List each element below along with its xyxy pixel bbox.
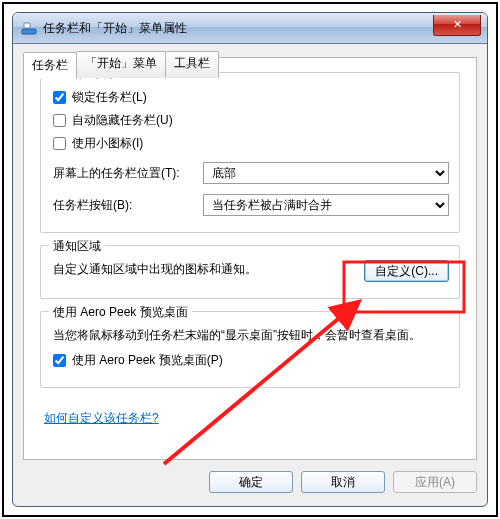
aero-peek-checkbox[interactable] — [53, 354, 66, 367]
buttons-select[interactable]: 当任务栏被占满时合并 — [203, 194, 449, 216]
taskbar-panel: 任务栏外观 锁定任务栏(L) 自动隐藏任务栏(U) — [34, 64, 466, 453]
tab-strip: 任务栏 「开始」菜单 工具栏 — [23, 51, 218, 78]
checkbox-text: 使用小图标(I) — [72, 135, 143, 152]
group-legend: 使用 Aero Peek 预览桌面 — [49, 304, 192, 321]
tab-start-menu[interactable]: 「开始」菜单 — [76, 51, 166, 78]
group-notification: 通知区域 自定义通知区域中出现的图标和通知。 自定义(C)... — [40, 245, 460, 299]
tab-sheet: 任务栏外观 锁定任务栏(L) 自动隐藏任务栏(U) — [23, 57, 477, 460]
screenshot-frame: 任务栏和「开始」菜单属性 ✕ 任务栏 「开始」菜单 工具栏 任务栏外观 锁定任务… — [2, 2, 498, 517]
button-label: 应用(A) — [415, 475, 455, 489]
position-select[interactable]: 底部 — [203, 162, 449, 184]
svg-rect-0 — [22, 29, 36, 34]
small-icons-label[interactable]: 使用小图标(I) — [53, 135, 143, 152]
position-label: 屏幕上的任务栏位置(T): — [53, 165, 203, 182]
button-label: 取消 — [331, 475, 355, 489]
lock-taskbar-checkbox[interactable] — [53, 91, 66, 104]
autohide-checkbox[interactable] — [53, 114, 66, 127]
ok-button[interactable]: 确定 — [209, 471, 293, 493]
small-icons-checkbox[interactable] — [53, 137, 66, 150]
customize-button[interactable]: 自定义(C)... — [364, 260, 449, 282]
group-aero-peek: 使用 Aero Peek 预览桌面 当您将鼠标移动到任务栏末端的“显示桌面”按钮… — [40, 311, 460, 388]
tab-taskbar[interactable]: 任务栏 — [23, 52, 77, 79]
app-icon — [21, 20, 37, 36]
cancel-button[interactable]: 取消 — [301, 471, 385, 493]
apply-button[interactable]: 应用(A) — [393, 471, 477, 493]
tab-label: 「开始」菜单 — [85, 56, 157, 70]
help-link[interactable]: 如何自定义该任务栏? — [44, 410, 159, 427]
button-label: 确定 — [239, 475, 263, 489]
tab-label: 工具栏 — [174, 56, 210, 70]
tab-toolbars[interactable]: 工具栏 — [165, 51, 219, 78]
buttons-label: 任务栏按钮(B): — [53, 197, 203, 214]
aero-peek-label[interactable]: 使用 Aero Peek 预览桌面(P) — [53, 352, 223, 369]
checkbox-text: 锁定任务栏(L) — [72, 89, 147, 106]
group-legend: 通知区域 — [49, 238, 105, 255]
lock-taskbar-label[interactable]: 锁定任务栏(L) — [53, 89, 147, 106]
checkbox-text: 自动隐藏任务栏(U) — [72, 112, 173, 129]
close-button[interactable]: ✕ — [433, 15, 481, 36]
checkbox-text: 使用 Aero Peek 预览桌面(P) — [72, 352, 223, 369]
link-text: 如何自定义该任务栏? — [44, 411, 159, 425]
tab-label: 任务栏 — [32, 58, 68, 72]
dialog-window: 任务栏和「开始」菜单属性 ✕ 任务栏 「开始」菜单 工具栏 任务栏外观 锁定任务… — [12, 12, 488, 507]
window-title: 任务栏和「开始」菜单属性 — [43, 20, 187, 37]
aero-desc: 当您将鼠标移动到任务栏末端的“显示桌面”按钮时，会暂时查看桌面。 — [53, 326, 449, 344]
notification-desc: 自定义通知区域中出现的图标和通知。 — [53, 260, 354, 278]
button-label: 自定义(C)... — [375, 264, 438, 278]
group-appearance: 任务栏外观 锁定任务栏(L) 自动隐藏任务栏(U) — [40, 72, 460, 233]
svg-rect-1 — [24, 23, 30, 28]
titlebar[interactable]: 任务栏和「开始」菜单属性 ✕ — [13, 13, 487, 44]
dialog-button-bar: 确定 取消 应用(A) — [23, 468, 477, 496]
autohide-label[interactable]: 自动隐藏任务栏(U) — [53, 112, 173, 129]
close-icon: ✕ — [453, 18, 462, 30]
